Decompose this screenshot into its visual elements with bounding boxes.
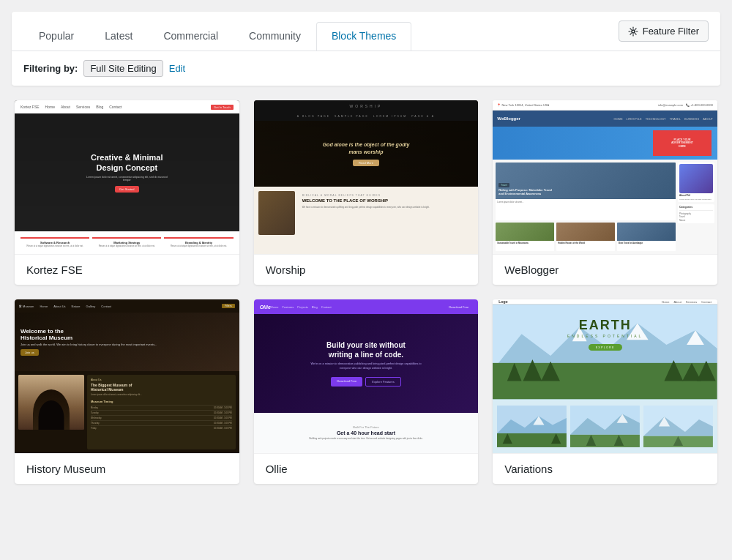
tab-popular[interactable]: Popular <box>23 22 89 51</box>
theme-screenshot-weblogger: 📍 New York 10014, United States USA info… <box>493 100 717 254</box>
theme-screenshot-kortez: Kortez FSE HomeAboutServicesBlogContact … <box>15 100 239 254</box>
main-container: Popular Latest Commercial Community Bloc… <box>0 0 732 496</box>
theme-name-worship: Worship <box>254 254 479 285</box>
tab-community[interactable]: Community <box>234 22 316 51</box>
theme-name-kortez: Kortez FSE <box>15 254 239 285</box>
tabs: Popular Latest Commercial Community Bloc… <box>23 21 411 50</box>
theme-card-weblogger[interactable]: 📍 New York 10014, United States USA info… <box>493 100 717 285</box>
svg-rect-23 <box>570 435 640 447</box>
theme-name-variations: Variations <box>493 453 717 484</box>
filter-edit-link[interactable]: Edit <box>169 63 185 74</box>
theme-screenshot-ollie: Ollie HomeFeaturesProjectsBlogContact Do… <box>254 299 479 453</box>
theme-card-ollie[interactable]: Ollie HomeFeaturesProjectsBlogContact Do… <box>254 299 479 484</box>
theme-card-history-museum[interactable]: 🏛 Museum HomeAbout UsNatureGalleryContac… <box>15 299 239 484</box>
theme-card-worship[interactable]: WORSHIP A BLOG PAGE SAMPLE PAGE LOREM IP… <box>254 100 479 285</box>
theme-card-variations[interactable]: Logo HomeAboutServicesContact <box>493 299 717 484</box>
tab-latest[interactable]: Latest <box>89 22 148 51</box>
theme-screenshot-museum: 🏛 Museum HomeAbout UsNatureGalleryContac… <box>15 299 239 453</box>
tabs-row: Popular Latest Commercial Community Bloc… <box>12 12 720 51</box>
feature-filter-label: Feature Filter <box>643 26 699 37</box>
gear-icon <box>628 26 638 37</box>
filter-tag: Full Site Editing <box>83 60 163 77</box>
theme-name-museum: History Museum <box>15 453 239 484</box>
tab-commercial[interactable]: Commercial <box>148 22 234 51</box>
filtering-by-label: Filtering by: <box>23 63 78 74</box>
theme-name-weblogger: WeBlogger <box>493 254 717 285</box>
theme-screenshot-variations: Logo HomeAboutServicesContact <box>493 299 717 453</box>
svg-point-0 <box>632 30 635 33</box>
theme-card-kortez-fse[interactable]: Kortez FSE HomeAboutServicesBlogContact … <box>15 100 239 285</box>
themes-grid: Kortez FSE HomeAboutServicesBlogContact … <box>12 100 720 484</box>
filter-row: Filtering by: Full Site Editing Edit <box>12 51 720 86</box>
feature-filter-button[interactable]: Feature Filter <box>619 20 709 42</box>
theme-screenshot-worship: WORSHIP A BLOG PAGE SAMPLE PAGE LOREM IP… <box>254 100 479 254</box>
theme-name-ollie: Ollie <box>254 453 479 484</box>
tab-block-themes[interactable]: Block Themes <box>316 22 411 51</box>
top-section: Popular Latest Commercial Community Bloc… <box>12 12 720 86</box>
